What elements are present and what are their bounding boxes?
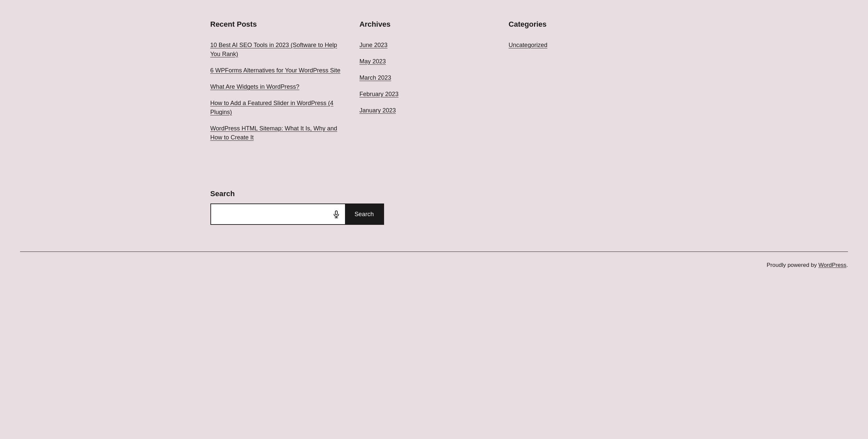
archives-title: Archives <box>359 20 495 29</box>
footer-text: Proudly powered by WordPress. <box>767 262 848 269</box>
archive-link[interactable]: June 2023 <box>359 42 388 48</box>
recent-post-link[interactable]: What Are Widgets in WordPress? <box>210 83 300 90</box>
archive-link[interactable]: March 2023 <box>359 74 391 81</box>
search-input[interactable] <box>215 211 332 218</box>
recent-posts-title: Recent Posts <box>210 20 346 29</box>
archives-list: June 2023May 2023March 2023February 2023… <box>359 41 495 115</box>
list-item: March 2023 <box>359 73 495 82</box>
archive-link[interactable]: May 2023 <box>359 58 386 65</box>
recent-post-link[interactable]: How to Add a Featured Slider in WordPres… <box>210 100 334 115</box>
archives-widget: Archives June 2023May 2023March 2023Febr… <box>359 20 509 149</box>
categories-list: Uncategorized <box>509 41 645 50</box>
recent-posts-widget: Recent Posts 10 Best AI SEO Tools in 202… <box>210 20 360 149</box>
archive-link[interactable]: January 2023 <box>359 107 396 114</box>
list-item: What Are Widgets in WordPress? <box>210 82 346 92</box>
recent-post-link[interactable]: 10 Best AI SEO Tools in 2023 (Software t… <box>210 42 337 57</box>
list-item: How to Add a Featured Slider in WordPres… <box>210 99 346 117</box>
category-link[interactable]: Uncategorized <box>509 42 547 48</box>
archive-link[interactable]: February 2023 <box>359 91 398 97</box>
search-widget: Search Search <box>210 190 384 225</box>
list-item: 6 WPForms Alternatives for Your WordPres… <box>210 66 346 75</box>
wordpress-link[interactable]: WordPress <box>818 262 847 268</box>
search-form: Search <box>210 203 384 225</box>
list-item: January 2023 <box>359 106 495 115</box>
list-item: June 2023 <box>359 41 495 50</box>
list-item: 10 Best AI SEO Tools in 2023 (Software t… <box>210 41 346 59</box>
footer: Proudly powered by WordPress. <box>0 252 868 282</box>
microphone-icon[interactable] <box>332 209 341 219</box>
recent-posts-list: 10 Best AI SEO Tools in 2023 (Software t… <box>210 41 346 142</box>
recent-post-link[interactable]: WordPress HTML Sitemap: What It Is, Why … <box>210 125 337 141</box>
categories-title: Categories <box>509 20 645 29</box>
recent-post-link[interactable]: 6 WPForms Alternatives for Your WordPres… <box>210 67 341 74</box>
list-item: WordPress HTML Sitemap: What It Is, Why … <box>210 124 346 142</box>
search-input-wrapper <box>211 204 345 224</box>
list-item: Uncategorized <box>509 41 645 50</box>
search-title: Search <box>210 190 384 198</box>
search-button[interactable]: Search <box>345 204 383 224</box>
list-item: May 2023 <box>359 57 495 66</box>
list-item: February 2023 <box>359 90 495 99</box>
categories-widget: Categories Uncategorized <box>509 20 658 149</box>
